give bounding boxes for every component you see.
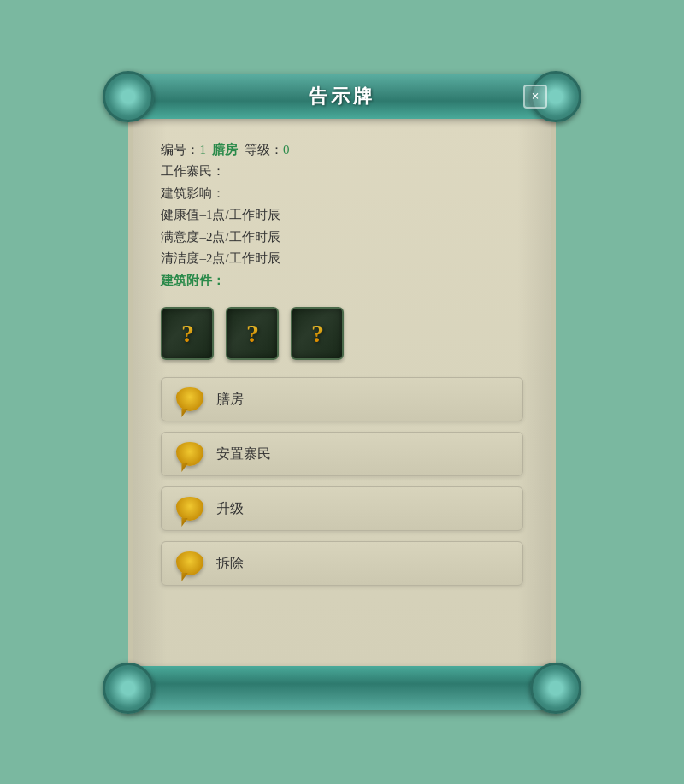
speech-bubble-icon-3 [175,549,204,578]
speech-bubble-icon-1 [175,439,204,469]
question-mark-icon-3: ? [311,319,324,348]
accessories-section: ??? [161,307,522,360]
speech-bubble-icon-2 [175,494,204,523]
info-section: 编号：1 膳房 等级：0 工作寨民： 建筑影响： 健康值–1点/工作时辰 满意度… [161,139,522,292]
speech-bubble-icon-0 [175,385,204,414]
info-row-effect1: 健康值–1点/工作时辰 [161,204,522,227]
scroll-panel: 告示牌 × 编号：1 膳房 等级：0 工作寨民： 建筑影响： 健康值–1点/工作… [120,74,564,710]
id-value: 1 [199,143,206,156]
action-label-anzhi: 安置寨民 [216,445,271,463]
bubble-shape-2 [176,497,203,521]
action-label-shanshen: 膳房 [216,391,244,409]
effect-label: 建筑影响： [161,186,225,200]
accessories-row: ??? [161,307,522,360]
info-row-effect: 建筑影响： [161,183,522,205]
scroll-top-rod: 告示牌 × [120,74,564,119]
accessory-item-3[interactable]: ? [291,307,344,360]
info-row-effect2: 满意度–2点/工作时辰 [161,227,522,249]
effect1-text: 健康值–1点/工作时辰 [161,208,280,221]
action-button-shanshen[interactable]: 膳房 [161,377,522,421]
question-mark-icon-2: ? [246,319,259,348]
accessory-item-1[interactable]: ? [161,307,214,360]
action-button-chachu[interactable]: 拆除 [161,541,522,586]
id-label: 编号： [161,143,199,156]
level-label: 等级： [245,143,283,156]
info-row-id: 编号：1 膳房 等级：0 [161,139,522,162]
accessory-item-2[interactable]: ? [226,307,279,360]
addon-label-row: 建筑附件： [161,270,522,292]
workers-label: 工作寨民： [161,164,225,178]
bubble-shape-0 [176,387,203,411]
info-row-effect3: 清洁度–2点/工作时辰 [161,248,522,270]
effect3-text: 清洁度–2点/工作时辰 [161,251,280,265]
close-button[interactable]: × [523,85,547,109]
action-label-shengji: 升级 [216,500,244,518]
scroll-body: 编号：1 膳房 等级：0 工作寨民： 建筑影响： 健康值–1点/工作时辰 满意度… [128,119,555,666]
effect2-text: 满意度–2点/工作时辰 [161,230,280,244]
info-row-workers: 工作寨民： [161,161,522,183]
scroll-bottom-rod [120,666,564,710]
building-name-header: 膳房 [212,143,238,156]
action-button-shengji[interactable]: 升级 [161,486,522,531]
bubble-shape-3 [176,551,203,575]
action-button-anzhi[interactable]: 安置寨民 [161,432,522,476]
window-title: 告示牌 [309,84,375,109]
bubble-shape-1 [176,442,203,466]
level-value: 0 [283,143,290,156]
question-mark-icon-1: ? [181,319,194,348]
addon-label: 建筑附件： [161,274,225,287]
action-buttons: 膳房安置寨民升级拆除 [161,377,522,586]
action-label-chachu: 拆除 [216,555,244,573]
